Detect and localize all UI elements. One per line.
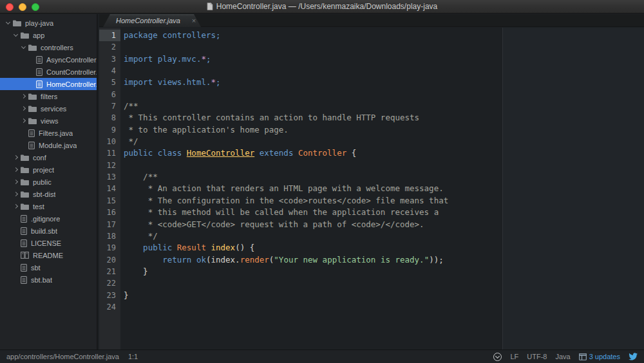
code-pane[interactable]: package controllers;import play.mvc.*;im… [120, 28, 644, 349]
chevron-right-icon[interactable] [21, 106, 26, 111]
tree-item-test[interactable]: test [0, 200, 97, 212]
syntax-indicator[interactable]: Java [555, 353, 570, 360]
tree-item-services[interactable]: services [0, 102, 97, 115]
folder-icon [21, 203, 29, 210]
chevron-right-icon[interactable] [14, 204, 19, 209]
window-title: HomeController.java — /Users/kenmazaika/… [216, 2, 437, 11]
tree-item-sbt-bat[interactable]: sbt.bat [0, 274, 97, 286]
tree-item-readme[interactable]: README [0, 249, 97, 261]
chevron-down-icon[interactable] [14, 33, 19, 38]
chevron-right-icon[interactable] [14, 167, 19, 172]
tab-homecontroller[interactable]: HomeController.java × [103, 14, 201, 27]
tree-item-label: LICENSE [31, 239, 61, 247]
tree-item-sbt-dist[interactable]: sbt-dist [0, 188, 97, 200]
line-number: 7 [99, 100, 120, 112]
code-line-3: import play.mvc.*; [124, 53, 644, 65]
tree-item-label: controllers [41, 44, 73, 51]
line-number-gutter: 123456789101112131415161718192021222324 [99, 28, 120, 349]
chevron-right-icon[interactable] [21, 94, 26, 99]
code-line-12 [124, 160, 644, 171]
file-icon [36, 68, 43, 76]
line-number: 8 [99, 112, 120, 124]
line-number: 24 [99, 301, 120, 313]
code-line-17: * <code>GET</code> request with a path o… [124, 219, 644, 230]
sidebar: play-javaappcontrollersAsyncController.j… [0, 14, 98, 349]
line-number: 16 [99, 207, 120, 218]
chevron-down-icon[interactable] [6, 21, 11, 26]
twitter-bird-icon[interactable] [629, 353, 638, 360]
tree-item-project[interactable]: project [0, 163, 97, 176]
tree-item-label: Module.java [39, 142, 77, 149]
file-icon [28, 129, 35, 137]
document-icon [207, 3, 213, 10]
zoom-window-button[interactable] [32, 3, 39, 11]
minimize-window-button[interactable] [19, 3, 26, 11]
tab-close-icon[interactable]: × [187, 14, 201, 27]
line-number: 23 [99, 290, 120, 301]
tree-item-views[interactable]: views [0, 115, 97, 127]
tree-item-homecontroller-java[interactable]: HomeController.java [0, 78, 97, 90]
code-line-5: import views.html.*; [124, 77, 644, 88]
file-icon [21, 264, 27, 272]
code-line-8: * This controller contains an action to … [124, 112, 644, 124]
chevron-right-icon[interactable] [14, 180, 19, 185]
tree-item-asynccontroller-java[interactable]: AsyncController.java [0, 53, 97, 66]
tree-item-filters[interactable]: filters [0, 90, 97, 102]
tree-item-label: app [33, 32, 44, 39]
tree-item--gitignore[interactable]: .gitignore [0, 212, 97, 225]
line-number: 21 [99, 266, 120, 277]
updates-label: 3 updates [589, 353, 620, 360]
package-icon [579, 353, 587, 360]
tree-item-label: play-java [25, 19, 53, 27]
tree-item-conf[interactable]: conf [0, 151, 97, 163]
close-window-button[interactable] [6, 3, 14, 11]
updates-status[interactable]: 3 updates [579, 353, 620, 360]
line-number: 14 [99, 183, 120, 194]
tree-item-controllers[interactable]: controllers [0, 41, 97, 53]
tree-item-label: sbt [31, 264, 41, 272]
folder-icon [28, 106, 37, 112]
tree-item-label: sbt.bat [31, 276, 52, 284]
tree-item-label: project [33, 166, 54, 174]
code-line-13: /** [124, 171, 644, 183]
code-line-20: return ok(index.render("Your new applica… [124, 254, 644, 266]
code-editor[interactable]: 123456789101112131415161718192021222324 … [99, 28, 644, 349]
line-number: 12 [99, 160, 120, 171]
line-number: 17 [99, 219, 120, 230]
encoding-indicator[interactable]: UTF-8 [527, 353, 547, 360]
line-number: 18 [99, 230, 120, 242]
line-number: 5 [99, 77, 120, 88]
tree-item-public[interactable]: public [0, 176, 97, 188]
tree-item-countcontroller-java[interactable]: CountController.java [0, 66, 97, 78]
tree-item-sbt[interactable]: sbt [0, 261, 97, 274]
tree-item-license[interactable]: LICENSE [0, 237, 97, 249]
tree-item-label: build.sbt [31, 227, 57, 235]
tree-item-app[interactable]: app [0, 29, 97, 41]
folder-icon [28, 118, 37, 124]
code-line-18: */ [124, 230, 644, 242]
circle-chevron-icon[interactable] [493, 353, 502, 361]
traffic-lights [6, 0, 39, 14]
chevron-right-icon[interactable] [14, 192, 19, 197]
tree-item-label: HomeController.java [46, 80, 97, 88]
tree-item-label: CountController.java [46, 68, 97, 76]
code-line-9: * to the application's home page. [124, 124, 644, 136]
file-icon [21, 227, 27, 235]
file-icon [21, 239, 27, 247]
tree-item-module-java[interactable]: Module.java [0, 139, 97, 151]
line-number: 10 [99, 136, 120, 147]
chevron-right-icon[interactable] [21, 118, 26, 124]
readme-book-icon [21, 252, 29, 259]
tree-item-build-sbt[interactable]: build.sbt [0, 225, 97, 237]
editor-window: HomeController.java — /Users/kenmazaika/… [0, 0, 644, 363]
line-ending-indicator[interactable]: LF [510, 353, 518, 360]
file-icon [36, 56, 43, 64]
tree-item-filters-java[interactable]: Filters.java [0, 127, 97, 139]
code-line-22 [124, 277, 644, 289]
chevron-down-icon[interactable] [21, 45, 26, 50]
code-line-2 [124, 41, 644, 53]
line-number: 2 [99, 41, 120, 53]
tree-item-play-java[interactable]: play-java [0, 17, 97, 29]
folder-icon [28, 93, 37, 100]
chevron-right-icon[interactable] [14, 155, 19, 160]
